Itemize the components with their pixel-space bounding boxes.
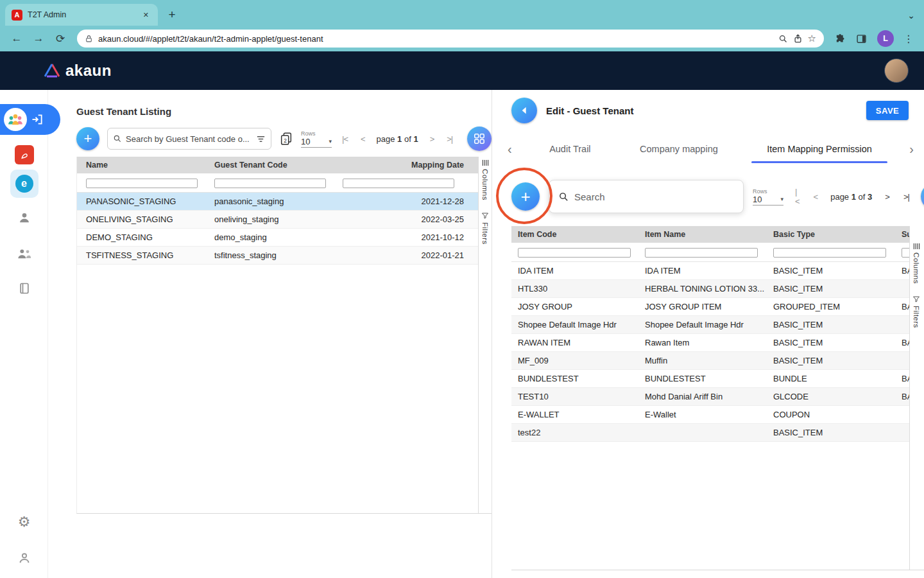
filter-input-code[interactable] — [214, 179, 326, 188]
item-search-input[interactable] — [574, 191, 734, 202]
address-bar[interactable]: akaun.cloud/#/applet/t2t/akaun/t2t-admin… — [77, 30, 824, 48]
sidebar-item-users[interactable] — [0, 247, 48, 261]
guest-tenant-search-input[interactable] — [126, 134, 252, 144]
browser-profile-avatar[interactable]: L — [877, 30, 894, 47]
guest-tenant-row[interactable]: ONELIVING_STAGING oneliving_staging 2022… — [77, 211, 478, 229]
item-row[interactable]: IDA ITEM IDA ITEM BASIC_ITEM BA — [511, 262, 909, 280]
filter-input-basic-type[interactable] — [773, 248, 886, 258]
rows-per-page-select[interactable]: 10 ▾ — [753, 195, 783, 206]
guest-tenant-row[interactable]: TSFITNESS_STAGING tsfitness_staging 2022… — [77, 247, 478, 265]
rows-per-page-select[interactable]: 10 ▾ — [301, 137, 332, 148]
back-button[interactable]: ← — [8, 32, 26, 45]
item-row[interactable]: BUNDLESTEST BUNDLESTEST BUNDLE BA — [511, 370, 909, 388]
last-page-button[interactable]: >| — [901, 192, 912, 202]
back-button[interactable] — [511, 98, 537, 123]
side-panel-icon[interactable] — [856, 33, 867, 44]
filter-input-name[interactable] — [86, 179, 198, 188]
duplicate-pages-icon[interactable]: 2 — [279, 132, 293, 146]
filter-input-date[interactable] — [343, 179, 454, 188]
prev-page-button[interactable]: < — [811, 192, 821, 202]
user-avatar[interactable] — [884, 58, 909, 83]
guest-tenant-row[interactable]: DEMO_STAGING demo_staging 2021-10-12 — [77, 229, 478, 247]
tabs-scroll-right-icon[interactable]: › — [905, 142, 918, 157]
columns-rail-button[interactable]: Columns — [912, 243, 920, 284]
columns-rail-button[interactable]: Columns — [481, 159, 489, 200]
column-header-item-name[interactable]: Item Name — [640, 230, 768, 239]
guest-tenant-row[interactable]: PANASONIC_STAGING panasonic_staging 2021… — [77, 193, 478, 211]
item-row[interactable]: TEST10 Mohd Danial Ariff Bin GLCODE BA — [511, 388, 909, 406]
table-rail: Columns Filters — [909, 226, 923, 570]
extensions-puzzle-icon[interactable] — [835, 33, 846, 44]
first-page-button[interactable]: |< — [339, 134, 350, 144]
arrow-left-icon — [519, 105, 529, 116]
next-page-button[interactable]: > — [882, 192, 892, 202]
item-row[interactable]: HTL330 HERBAL TONING LOTION 33... BASIC_… — [511, 280, 909, 298]
sidebar-item-acrobat[interactable] — [0, 145, 48, 164]
browser-menu-icon[interactable]: ⋮ — [903, 33, 914, 45]
column-header-name[interactable]: Name — [77, 161, 205, 170]
column-settings-button[interactable] — [921, 184, 924, 209]
tab-list-caret-icon[interactable]: ⌄ — [907, 10, 915, 21]
item-row[interactable]: Shopee Default Image Hdr Shopee Default … — [511, 316, 909, 334]
bookmark-star-icon[interactable]: ☆ — [808, 33, 816, 44]
cell-name: TSFITNESS_STAGING — [77, 250, 205, 260]
column-header-item-code[interactable]: Item Code — [511, 230, 640, 239]
last-page-button[interactable]: >| — [444, 134, 455, 144]
filter-input-sub[interactable] — [902, 248, 909, 258]
cell-item-name: Rawan Item — [640, 338, 768, 347]
first-page-button[interactable]: |< — [792, 187, 802, 206]
tab[interactable]: Company mapping — [624, 135, 733, 163]
share-icon[interactable] — [793, 34, 803, 44]
browser-tab[interactable]: A T2T Admin ✕ — [5, 4, 158, 26]
cell-item-code: MF_009 — [511, 356, 640, 365]
filter-lines-icon[interactable] — [256, 134, 266, 144]
cell-date: 2021-12-28 — [334, 197, 478, 206]
column-header-code[interactable]: Guest Tenant Code — [205, 161, 334, 170]
cell-item-code: Shopee Default Image Hdr — [511, 320, 640, 329]
cell-sub: BA — [896, 374, 909, 383]
filters-rail-button[interactable]: Filters — [912, 295, 920, 328]
filters-rail-button[interactable]: Filters — [481, 212, 489, 245]
add-guest-tenant-button[interactable]: + — [76, 127, 99, 150]
item-row[interactable]: JOSY GROUP JOSY GROUP ITEM GROUPED_ITEM … — [511, 298, 909, 316]
item-row[interactable]: RAWAN ITEM Rawan Item BASIC_ITEM BA — [511, 334, 909, 352]
tabs-scroll-left-icon[interactable]: ‹ — [504, 142, 516, 157]
forward-button[interactable]: → — [30, 32, 47, 45]
filter-input-item-code[interactable] — [518, 248, 631, 258]
edit-title: Edit - Guest Tenant — [546, 105, 633, 116]
column-header-basic-type[interactable]: Basic Type — [768, 230, 896, 239]
tab[interactable]: Audit Trail — [534, 135, 606, 163]
guest-tenant-search-box[interactable] — [107, 128, 271, 150]
sidebar-item-einvoice-active[interactable]: e — [0, 170, 48, 198]
column-header-date[interactable]: Mapping Date — [334, 161, 478, 170]
item-row[interactable]: MF_009 Muffin BASIC_ITEM — [511, 352, 909, 370]
sidebar-item-user[interactable] — [0, 211, 48, 225]
add-item-mapping-button[interactable]: + — [511, 182, 540, 211]
sidebar-profile[interactable] — [0, 551, 48, 565]
save-button[interactable]: SAVE — [866, 101, 909, 120]
item-mapping-table: Item Code Item Name Basic Type Su — [511, 226, 924, 570]
filter-input-item-name[interactable] — [645, 248, 758, 258]
prev-page-button[interactable]: < — [358, 134, 368, 144]
new-tab-button[interactable]: + — [163, 6, 181, 24]
tab[interactable]: Item Mapping Permission — [751, 135, 887, 163]
sidebar-item-active-app[interactable] — [0, 104, 60, 135]
next-page-button[interactable]: > — [427, 134, 437, 144]
rows-label: Rows — [301, 130, 332, 137]
search-icon — [558, 191, 569, 202]
filters-rail-label: Filters — [912, 306, 920, 328]
sidebar-settings[interactable]: ⚙ — [0, 515, 48, 529]
rows-label: Rows — [753, 188, 783, 195]
column-header-sub[interactable]: Su — [896, 230, 909, 239]
tab-close-icon[interactable]: ✕ — [141, 10, 151, 21]
item-search-box[interactable] — [549, 180, 744, 213]
column-settings-button[interactable] — [467, 127, 492, 151]
sidebar-item-docs[interactable] — [0, 281, 48, 295]
reload-button[interactable]: ⟳ — [51, 32, 69, 46]
search-icon[interactable] — [778, 34, 788, 44]
item-row[interactable]: test22 BASIC_ITEM — [511, 424, 909, 442]
lock-icon — [85, 35, 93, 43]
app-body: e ⚙ Guest Tenant Li — [0, 90, 924, 578]
item-row[interactable]: E-WALLET E-Wallet COUPON — [511, 406, 909, 424]
cell-sub: BA — [896, 266, 909, 276]
